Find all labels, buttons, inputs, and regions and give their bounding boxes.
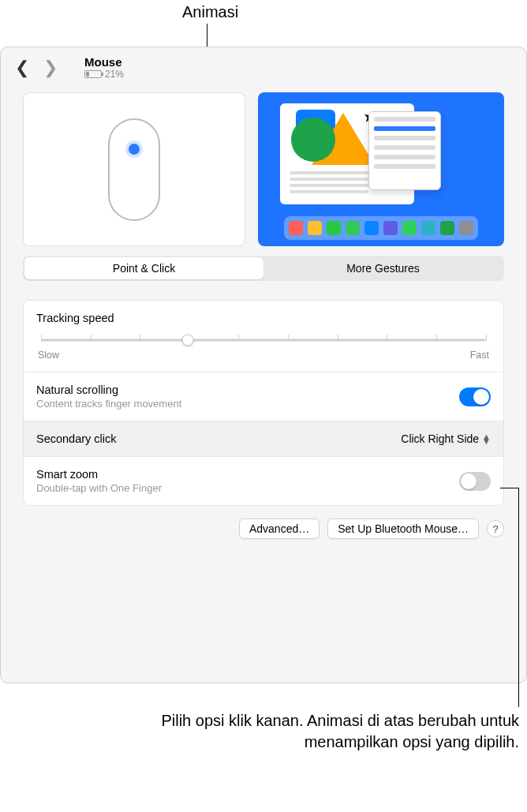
- context-menu-preview: [368, 111, 441, 190]
- slider-fast-label: Fast: [470, 350, 489, 361]
- natural-scrolling-sub: Content tracks finger movement: [36, 398, 181, 410]
- tracking-speed-slider[interactable]: [41, 332, 486, 348]
- preview-shape-circle: [291, 118, 335, 162]
- battery-icon: [84, 70, 102, 78]
- tracking-speed-label: Tracking speed: [36, 312, 491, 324]
- preview-row: ➤: [1, 80, 526, 253]
- window-header: ❮ ❯ Mouse 21%: [1, 47, 526, 80]
- callout-secondary-click-label: Pilih opsi klik kanan. Animasi di atas b…: [126, 710, 519, 753]
- tab-more-gestures[interactable]: More Gestures: [264, 257, 503, 279]
- advanced-button[interactable]: Advanced…: [239, 518, 320, 539]
- row-tracking-speed: Tracking speed Slow Fast: [24, 301, 503, 372]
- smart-zoom-toggle[interactable]: [459, 472, 491, 491]
- tab-segmented-control: Point & Click More Gestures: [23, 256, 504, 281]
- setup-bluetooth-button[interactable]: Set Up Bluetooth Mouse…: [327, 518, 479, 539]
- title-block: Mouse 21%: [84, 55, 124, 80]
- secondary-click-label: Secondary click: [36, 432, 117, 445]
- tab-point-and-click[interactable]: Point & Click: [24, 257, 264, 279]
- footer-buttons: Advanced… Set Up Bluetooth Mouse… ?: [23, 518, 504, 539]
- smart-zoom-label: Smart zoom: [36, 468, 162, 481]
- secondary-click-select[interactable]: Click Right Side ▲▼: [401, 432, 491, 445]
- settings-list: Tracking speed Slow Fast: [23, 300, 504, 506]
- page-title: Mouse: [84, 55, 124, 69]
- callout-line: [518, 488, 519, 707]
- dock-preview: [284, 216, 478, 240]
- slider-slow-label: Slow: [38, 350, 59, 361]
- callout-animasi-label: Animasi: [182, 3, 238, 21]
- forward-button[interactable]: ❯: [43, 59, 58, 77]
- desktop-preview-pane: ➤: [258, 92, 504, 246]
- mouse-illustration: [108, 118, 160, 221]
- preview-text-line: [290, 190, 368, 193]
- chevron-updown-icon: ▲▼: [482, 434, 491, 443]
- help-button[interactable]: ?: [487, 520, 504, 537]
- callout-line: [500, 488, 519, 488]
- mouse-animation-pane: [23, 92, 245, 246]
- secondary-click-value: Click Right Side: [401, 432, 479, 445]
- mouse-settings-panel: ❮ ❯ Mouse 21%: [0, 47, 527, 683]
- smart-zoom-sub: Double-tap with One Finger: [36, 482, 162, 494]
- battery-status: 21%: [84, 69, 124, 80]
- row-secondary-click[interactable]: Secondary click Click Right Side ▲▼: [24, 421, 503, 457]
- row-smart-zoom: Smart zoom Double-tap with One Finger: [24, 457, 503, 505]
- natural-scrolling-toggle[interactable]: [459, 387, 491, 406]
- slider-labels: Slow Fast: [38, 350, 489, 361]
- back-button[interactable]: ❮: [15, 59, 29, 77]
- natural-scrolling-label: Natural scrolling: [36, 384, 181, 396]
- battery-percent: 21%: [105, 69, 124, 80]
- nav-buttons: ❮ ❯: [15, 59, 58, 77]
- row-natural-scrolling: Natural scrolling Content tracks finger …: [24, 372, 503, 421]
- mouse-touch-indicator: [129, 144, 140, 155]
- tracking-slider-wrap: Slow Fast: [36, 332, 491, 361]
